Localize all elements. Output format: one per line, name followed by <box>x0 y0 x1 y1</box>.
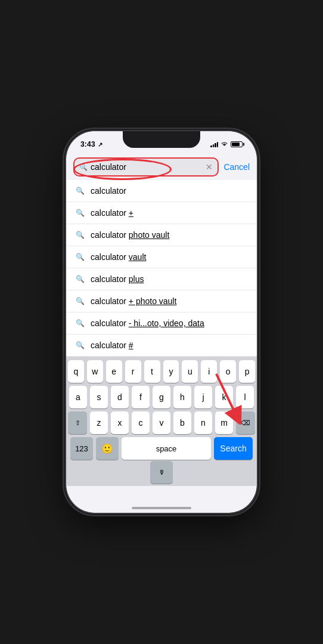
search-input[interactable]: calculator <box>91 162 206 172</box>
key-n[interactable]: n <box>194 411 212 434</box>
suggestion-text-6[interactable]: calculator - hi...oto, video, data <box>91 318 204 328</box>
suggestion-text-3[interactable]: calculator vault <box>91 252 146 262</box>
key-q[interactable]: q <box>68 360 84 383</box>
key-l[interactable]: l <box>236 386 254 408</box>
list-item[interactable]: 🔍 calculator - hi...oto, video, data <box>66 312 257 335</box>
list-item[interactable]: 🔍 calculator photo vault <box>66 224 257 246</box>
key-h[interactable]: h <box>173 386 191 408</box>
key-m[interactable]: m <box>215 411 233 434</box>
battery-icon <box>231 141 243 147</box>
key-numbers[interactable]: 123 <box>70 437 93 460</box>
key-shift[interactable]: ⇧ <box>68 411 87 434</box>
suggestions-list: 🔍 calculator 🔍 calculator + 🔍 calculator… <box>66 180 257 357</box>
key-w[interactable]: w <box>87 360 103 383</box>
key-b[interactable]: b <box>173 411 191 434</box>
suggestion-icon-1: 🔍 <box>76 209 85 217</box>
key-v[interactable]: v <box>153 411 170 434</box>
key-p[interactable]: p <box>239 360 255 383</box>
suggestion-icon-0: 🔍 <box>76 187 85 195</box>
search-clear-button[interactable]: ✕ <box>206 162 213 172</box>
search-input-wrapper[interactable]: 🔍 calculator ✕ <box>73 157 219 177</box>
key-g[interactable]: g <box>153 386 170 408</box>
suggestion-icon-3: 🔍 <box>76 253 85 261</box>
key-o[interactable]: o <box>220 360 236 383</box>
status-time: 3:43 ↗ <box>80 140 103 148</box>
list-item[interactable]: 🔍 calculator vault <box>66 246 257 268</box>
list-item[interactable]: 🔍 calculator <box>66 180 257 202</box>
list-item[interactable]: 🔍 calculator + <box>66 202 257 224</box>
signal-bars <box>210 141 218 147</box>
key-j[interactable]: j <box>194 386 212 408</box>
cancel-button[interactable]: Cancel <box>223 162 250 172</box>
search-button[interactable]: Search <box>214 437 253 460</box>
list-item[interactable]: 🔍 calculator # <box>66 335 257 357</box>
key-e[interactable]: e <box>106 360 122 383</box>
key-r[interactable]: r <box>125 360 141 383</box>
suggestion-icon-6: 🔍 <box>76 319 85 327</box>
suggestion-text-4[interactable]: calculator plus <box>91 274 144 284</box>
key-emoji[interactable]: 🙂 <box>96 437 119 460</box>
search-bar-container: 🔍 calculator ✕ Cancel <box>66 154 257 180</box>
key-i[interactable]: i <box>201 360 217 383</box>
key-t[interactable]: t <box>144 360 160 383</box>
suggestion-text-7[interactable]: calculator # <box>91 340 133 350</box>
key-z[interactable]: z <box>90 411 108 434</box>
suggestion-icon-7: 🔍 <box>76 341 85 349</box>
phone-frame: 3:43 ↗ <box>66 131 257 513</box>
key-a[interactable]: a <box>69 386 87 408</box>
list-item[interactable]: 🔍 calculator plus <box>66 268 257 290</box>
key-delete[interactable]: ⌫ <box>236 411 255 434</box>
suggestion-text-2[interactable]: calculator photo vault <box>91 230 169 240</box>
wifi-icon <box>220 141 228 147</box>
suggestion-icon-4: 🔍 <box>76 275 85 283</box>
list-item[interactable]: 🔍 calculator + photo vault <box>66 290 257 312</box>
status-icons <box>210 141 243 147</box>
search-magnifier-icon: 🔍 <box>79 163 88 171</box>
key-y[interactable]: y <box>163 360 179 383</box>
suggestion-icon-5: 🔍 <box>76 297 85 305</box>
key-mic[interactable]: 🎙 <box>150 461 173 484</box>
suggestion-icon-2: 🔍 <box>76 231 85 239</box>
notch <box>123 131 200 148</box>
key-u[interactable]: u <box>182 360 198 383</box>
key-d[interactable]: d <box>111 386 129 408</box>
keyboard-row-3: ⇧ z x c v b n m ⌫ <box>68 411 255 434</box>
key-k[interactable]: k <box>215 386 233 408</box>
location-icon: ↗ <box>98 141 103 148</box>
suggestion-text-1[interactable]: calculator + <box>91 208 133 218</box>
keyboard-row-bottom: 123 🙂 space Search <box>68 437 255 460</box>
keyboard-row-1: q w e r t y u i o p <box>68 360 255 383</box>
key-f[interactable]: f <box>132 386 150 408</box>
suggestion-text-0[interactable]: calculator <box>91 186 126 196</box>
key-c[interactable]: c <box>132 411 150 434</box>
keyboard: q w e r t y u i o p a s d f g h j k <box>66 357 257 486</box>
key-s[interactable]: s <box>90 386 108 408</box>
key-x[interactable]: x <box>111 411 129 434</box>
keyboard-row-2: a s d f g h j k l <box>68 386 255 408</box>
suggestion-text-5[interactable]: calculator + photo vault <box>91 296 176 306</box>
keyboard-row-mic: 🎙 <box>68 461 255 484</box>
home-indicator <box>132 507 191 509</box>
phone-screen: 3:43 ↗ <box>66 131 257 513</box>
key-space[interactable]: space <box>122 437 211 460</box>
